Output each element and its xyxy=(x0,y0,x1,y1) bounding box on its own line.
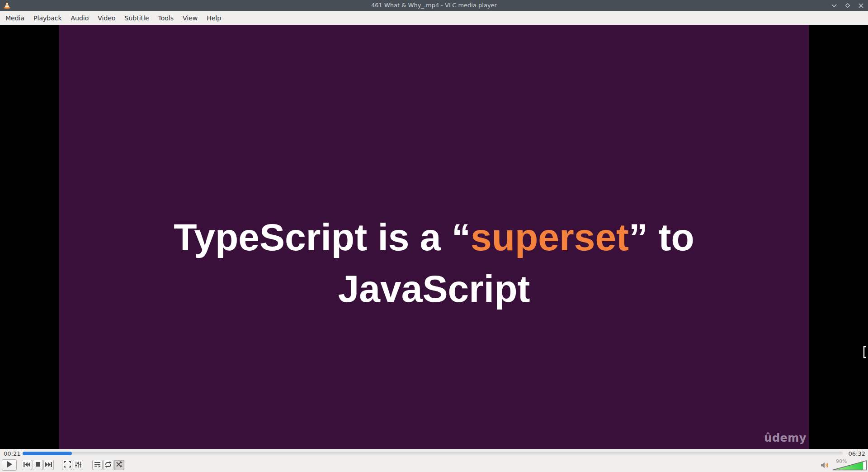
playlist-icon xyxy=(94,461,101,469)
play-button[interactable] xyxy=(2,459,17,471)
control-bar: 00:21 06:32 xyxy=(0,449,868,472)
fullscreen-button[interactable] xyxy=(62,460,72,470)
next-button[interactable] xyxy=(43,460,54,470)
stop-button[interactable] xyxy=(33,460,43,470)
shuffle-button[interactable] xyxy=(114,460,124,470)
text-cursor-fragment xyxy=(863,346,867,360)
speaker-icon[interactable] xyxy=(821,462,829,471)
skip-previous-icon xyxy=(23,462,31,469)
slide-line1: TypeScript is a “superset” to xyxy=(59,211,809,263)
slide-title: TypeScript is a “superset” to JavaScript xyxy=(59,211,809,315)
elapsed-time: 00:21 xyxy=(4,450,20,457)
skip-next-icon xyxy=(45,462,52,469)
menu-item-subtitle[interactable]: Subtitle xyxy=(120,14,154,22)
loop-icon xyxy=(104,461,112,469)
video-frame[interactable]: TypeScript is a “superset” to JavaScript… xyxy=(59,25,809,449)
menu-item-video[interactable]: Video xyxy=(93,14,120,22)
maximize-button[interactable] xyxy=(844,2,851,9)
menu-item-audio[interactable]: Audio xyxy=(66,14,94,22)
stop-icon xyxy=(35,462,41,468)
seek-bar[interactable] xyxy=(23,452,843,455)
fullscreen-icon xyxy=(64,461,71,469)
seek-fill xyxy=(23,452,72,455)
close-button[interactable] xyxy=(859,3,863,8)
video-area[interactable]: TypeScript is a “superset” to JavaScript… xyxy=(0,25,868,449)
udemy-watermark: ûdemy xyxy=(764,432,807,444)
shuffle-icon xyxy=(116,461,123,469)
menu-item-help[interactable]: Help xyxy=(202,14,226,22)
slide-line2: JavaScript xyxy=(59,263,809,315)
play-icon xyxy=(6,461,13,469)
playlist-button[interactable] xyxy=(92,460,103,470)
menu-item-playback[interactable]: Playback xyxy=(29,14,66,22)
slide-highlight: superset xyxy=(471,216,629,258)
window-title: 461 What & Why_.mp4 - VLC media player xyxy=(0,0,868,11)
equalizer-icon xyxy=(75,461,82,469)
total-time: 06:32 xyxy=(849,450,865,457)
menu-item-view[interactable]: View xyxy=(178,14,202,22)
menu-item-media[interactable]: Media xyxy=(1,14,29,22)
menu-item-tools[interactable]: Tools xyxy=(154,14,179,22)
previous-button[interactable] xyxy=(22,460,32,470)
menubar: MediaPlaybackAudioVideoSubtitleToolsView… xyxy=(0,11,868,25)
loop-button[interactable] xyxy=(103,460,113,470)
title-bar: 461 What & Why_.mp4 - VLC media player xyxy=(0,0,868,11)
extended-settings-button[interactable] xyxy=(73,460,83,470)
volume-slider[interactable] xyxy=(832,460,867,472)
minimize-button[interactable] xyxy=(831,4,837,8)
